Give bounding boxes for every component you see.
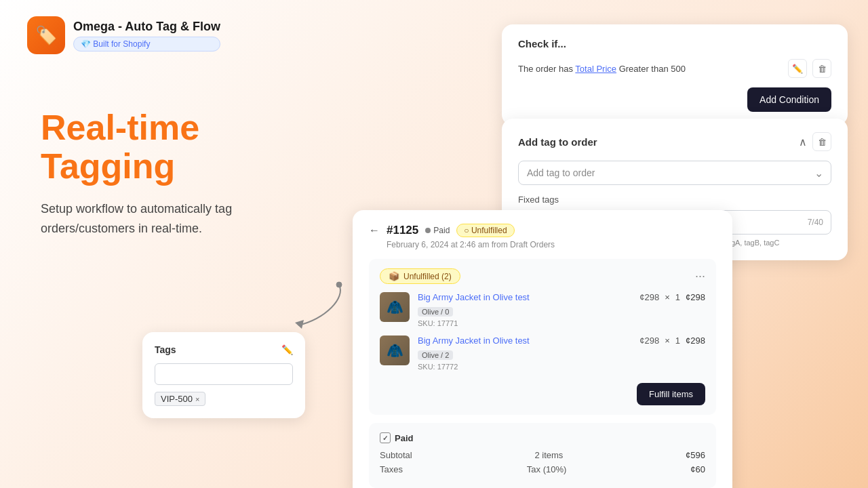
paid-section-header: ✓ Paid: [380, 432, 705, 443]
add-tag-header: Add tag to order ∧ 🗑: [518, 132, 831, 151]
taxes-rate: Tax (10%): [527, 464, 567, 474]
sku-1: SKU: 17771: [418, 319, 631, 327]
unfulfilled-count: Unfulfilled (2): [403, 272, 452, 281]
variant-badge-2: Olive / 2: [418, 350, 453, 360]
add-tag-actions: ∧ 🗑: [799, 132, 831, 151]
total-price-1: ¢298: [686, 292, 705, 302]
order-number: #1125: [387, 224, 418, 237]
subtotal-value: ¢596: [686, 450, 705, 460]
add-condition-button[interactable]: Add Condition: [747, 87, 831, 112]
hero-section: Real-time Tagging Setup workflow to auto…: [41, 108, 326, 239]
hero-subtitle: Setup workflow to automatically tag orde…: [41, 199, 326, 239]
product-name-1[interactable]: Big Army Jacket in Olive test: [418, 292, 631, 302]
tag-count: 7/40: [808, 218, 823, 227]
condition-text-1: The order has: [518, 64, 573, 74]
edit-condition-button[interactable]: ✏️: [788, 59, 807, 78]
paid-label: Paid: [433, 226, 450, 235]
product-row: 🧥 Big Army Jacket in Olive test Olive / …: [380, 292, 705, 327]
unit-price-1: ¢298: [639, 292, 659, 302]
condition-icons: ✏️ 🗑: [788, 59, 831, 78]
taxes-label: Taxes: [380, 464, 403, 474]
taxes-row: Taxes Tax (10%) ¢60: [380, 464, 705, 474]
unit-price-2: ¢298: [639, 336, 659, 346]
quantity-2: 1: [675, 336, 680, 346]
condition-text: The order has Total Price Greater than 5…: [518, 64, 686, 74]
shopify-badge: 💎 Built for Shopify: [73, 37, 220, 52]
collapse-icon[interactable]: ∧: [799, 136, 807, 148]
times-icon-1: ×: [665, 292, 670, 302]
paid-section-label: Paid: [395, 433, 413, 443]
times-icon-2: ×: [665, 336, 670, 346]
app-name: Omega - Auto Tag & Flow: [73, 20, 220, 34]
decorative-arrow: [285, 278, 353, 332]
back-arrow-icon[interactable]: ←: [369, 224, 380, 237]
hero-title: Real-time Tagging: [41, 108, 326, 186]
delete-tag-button[interactable]: 🗑: [812, 132, 831, 151]
paid-section: ✓ Paid Subtotal 2 items ¢596 Taxes Tax (…: [369, 423, 716, 488]
order-date: February 6, 2024 at 2:46 am from Draft O…: [387, 240, 716, 249]
order-card: ← #1125 Paid ○ Unfulfilled February 6, 2…: [353, 210, 732, 488]
tag-type-select-wrapper: Add tag to order ⌄: [518, 161, 831, 185]
app-logo: 🏷️: [27, 16, 65, 54]
order-header: ← #1125 Paid ○ Unfulfilled: [369, 224, 716, 237]
condition-row: The order has Total Price Greater than 5…: [518, 59, 831, 78]
total-price-2: ¢298: [686, 336, 705, 346]
delete-condition-button[interactable]: 🗑: [812, 59, 831, 78]
unfulfilled-label: Unfulfilled: [471, 226, 507, 235]
tags-input[interactable]: [155, 363, 293, 385]
product-image-2: 🧥: [380, 336, 410, 365]
paid-dot: [425, 228, 431, 233]
fulfillment-header: 📦 Unfulfilled (2) ···: [380, 268, 705, 284]
paid-badge: Paid: [425, 226, 450, 235]
unfulfilled-section-label: 📦 Unfulfilled (2): [380, 268, 460, 284]
product-image-1: 🧥: [380, 292, 410, 322]
fixed-tags-label: Fixed tags: [518, 195, 831, 205]
subtotal-row: Subtotal 2 items ¢596: [380, 450, 705, 460]
paid-check-icon: ✓: [380, 432, 391, 443]
tags-widget-card: Tags ✏️ VIP-500 ×: [142, 332, 305, 418]
product-info-2: Big Army Jacket in Olive test Olive / 2 …: [418, 336, 631, 371]
tags-card-header: Tags ✏️: [155, 344, 293, 355]
svg-marker-1: [295, 320, 304, 329]
subtotal-label: Subtotal: [380, 450, 412, 460]
condition-link[interactable]: Total Price: [575, 64, 616, 74]
sku-2: SKU: 17772: [418, 363, 631, 371]
product-row-2: 🧥 Big Army Jacket in Olive test Olive / …: [380, 336, 705, 371]
more-options-icon[interactable]: ···: [695, 269, 705, 283]
edit-icon[interactable]: ✏️: [281, 344, 293, 355]
taxes-value: ¢60: [690, 464, 705, 474]
fulfillment-section: 📦 Unfulfilled (2) ··· 🧥 Big Army Jacket …: [369, 259, 716, 415]
product-price-1: ¢298 × 1 ¢298: [639, 292, 705, 302]
tag-remove-icon[interactable]: ×: [195, 395, 199, 403]
tag-chip: VIP-500 ×: [155, 392, 205, 406]
quantity-1: 1: [675, 292, 680, 302]
unfulfilled-badge: ○ Unfulfilled: [456, 224, 514, 237]
svg-point-0: [336, 282, 342, 287]
header-text: Omega - Auto Tag & Flow 💎 Built for Shop…: [73, 20, 220, 52]
check-if-card: Check if... The order has Total Price Gr…: [502, 24, 848, 125]
tags-label: Tags: [155, 344, 176, 355]
check-if-title: Check if...: [518, 38, 831, 49]
product-name-2[interactable]: Big Army Jacket in Olive test: [418, 336, 631, 346]
tag-type-select[interactable]: Add tag to order: [518, 161, 831, 185]
subtotal-items: 2 items: [534, 450, 563, 460]
add-tag-title: Add tag to order: [518, 136, 597, 148]
box-icon: 📦: [389, 271, 399, 281]
tag-chip-label: VIP-500: [161, 394, 193, 404]
variant-badge-1: Olive / 0: [418, 307, 453, 317]
product-price-2: ¢298 × 1 ¢298: [639, 336, 705, 346]
product-info-1: Big Army Jacket in Olive test Olive / 0 …: [418, 292, 631, 327]
fulfill-items-button[interactable]: Fulfill items: [637, 383, 705, 405]
